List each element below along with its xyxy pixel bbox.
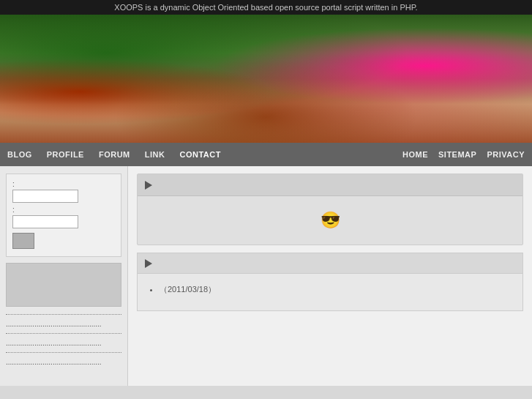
content-block-2-header bbox=[138, 253, 522, 274]
nav-contact[interactable]: CONTACT bbox=[179, 150, 220, 159]
play-icon-1[interactable] bbox=[145, 181, 152, 190]
nav-bar: BLOG PROFILE FORUM LINK CONTACT HOME SIT… bbox=[0, 143, 532, 166]
nav-privacy[interactable]: PRIVACY bbox=[487, 150, 525, 159]
content-block-1-header bbox=[138, 174, 522, 196]
nav-left: BLOG PROFILE FORUM LINK CONTACT bbox=[7, 150, 221, 159]
password-input[interactable] bbox=[12, 215, 78, 228]
nav-home[interactable]: HOME bbox=[402, 150, 428, 159]
sidebar-links: ........................................… bbox=[6, 314, 121, 367]
username-label: : bbox=[12, 180, 115, 188]
play-icon-2[interactable] bbox=[145, 259, 152, 268]
password-label: : bbox=[12, 206, 115, 214]
nav-profile[interactable]: PROFILE bbox=[47, 150, 84, 159]
sidebar-divider-2 bbox=[6, 333, 121, 334]
sidebar-divider-3 bbox=[6, 352, 121, 353]
emoji-display: 😎 bbox=[145, 205, 515, 236]
bullet-list: （2011/03/18） bbox=[145, 283, 515, 297]
content-block-2: （2011/03/18） bbox=[137, 253, 523, 311]
content-block-1: 😎 bbox=[137, 174, 523, 245]
sidebar-link-2[interactable]: ........................................… bbox=[6, 338, 121, 348]
content-area: 😎 （2011/03/18） bbox=[128, 166, 532, 386]
username-input[interactable] bbox=[12, 190, 78, 203]
sidebar-link-3[interactable]: ........................................… bbox=[6, 357, 121, 367]
nav-blog[interactable]: BLOG bbox=[7, 150, 32, 159]
sidebar: : : ....................................… bbox=[0, 166, 128, 386]
nav-link[interactable]: LINK bbox=[145, 150, 165, 159]
main-layout: : : ....................................… bbox=[0, 166, 532, 386]
content-block-1-body: 😎 bbox=[138, 196, 522, 245]
login-button[interactable] bbox=[12, 233, 34, 249]
content-block-2-body: （2011/03/18） bbox=[138, 274, 522, 310]
header-overlay bbox=[0, 15, 532, 143]
sidebar-link-1[interactable]: ........................................… bbox=[6, 319, 121, 329]
sidebar-divider-1 bbox=[6, 314, 121, 315]
top-bar: XOOPS is a dynamic Object Oriented based… bbox=[0, 0, 532, 15]
header-image bbox=[0, 15, 532, 143]
nav-sitemap[interactable]: SITEMAP bbox=[438, 150, 476, 159]
nav-forum[interactable]: FORUM bbox=[99, 150, 130, 159]
sidebar-block bbox=[6, 263, 121, 307]
login-box: : : bbox=[6, 174, 121, 257]
top-bar-text: XOOPS is a dynamic Object Oriented based… bbox=[114, 3, 417, 12]
list-item: （2011/03/18） bbox=[160, 283, 515, 297]
nav-right: HOME SITEMAP PRIVACY bbox=[402, 150, 525, 159]
